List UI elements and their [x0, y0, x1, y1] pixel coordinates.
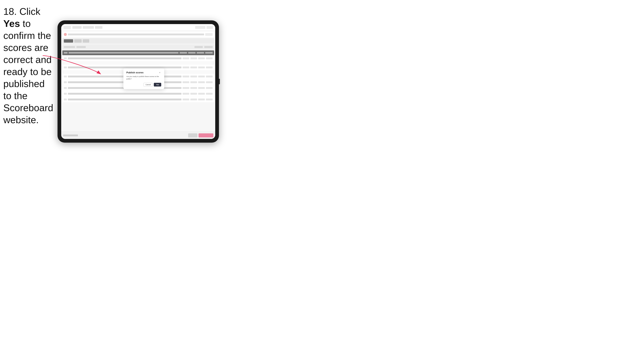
modal-header: Publish scores ×: [126, 71, 161, 74]
text-before-bold: Click: [17, 6, 40, 17]
app-interface: Publish scores × Are you ready to publis…: [61, 24, 215, 139]
yes-button[interactable]: Yes: [154, 83, 161, 86]
modal-overlay: Publish scores × Are you ready to publis…: [61, 24, 215, 139]
modal-dialog: Publish scores × Are you ready to publis…: [124, 68, 164, 89]
modal-title: Publish scores: [126, 71, 144, 74]
tablet-side-button: [219, 79, 220, 84]
tablet-screen: Publish scores × Are you ready to publis…: [61, 24, 215, 139]
text-after-bold: to confirm the scores are correct and re…: [3, 18, 53, 125]
modal-close-button[interactable]: ×: [158, 71, 161, 74]
step-number: 18.: [3, 6, 17, 17]
instruction-text: 18. Click Yes to confirm the scores are …: [3, 5, 55, 126]
cancel-button[interactable]: Cancel: [144, 83, 153, 86]
modal-footer: Cancel Yes: [126, 83, 161, 86]
modal-body-text: Are you ready to publish these scores to…: [126, 75, 161, 80]
bold-yes: Yes: [3, 18, 20, 29]
tablet-device: Publish scores × Are you ready to publis…: [58, 20, 219, 143]
